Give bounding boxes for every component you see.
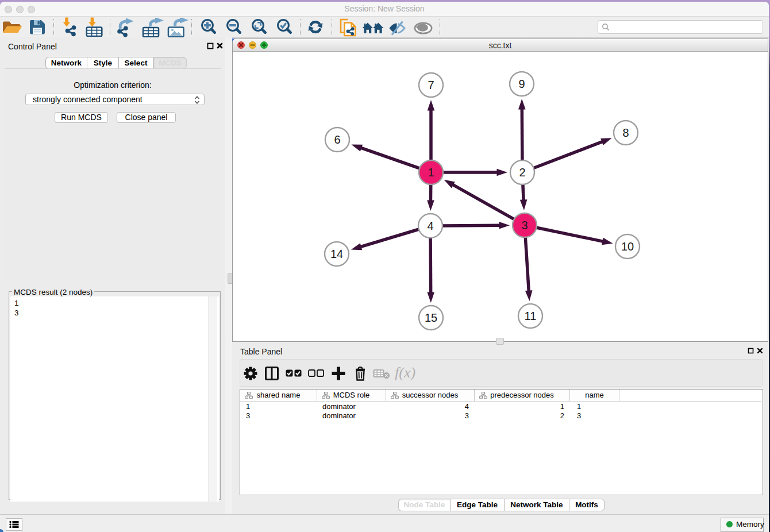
svg-text:10: 10 xyxy=(621,240,634,253)
svg-text:9: 9 xyxy=(518,78,525,90)
svg-text:15: 15 xyxy=(425,311,437,324)
svg-text:3: 3 xyxy=(521,219,528,232)
svg-text:8: 8 xyxy=(622,126,629,139)
svg-text:6: 6 xyxy=(334,133,340,146)
svg-text:11: 11 xyxy=(525,310,537,322)
svg-text:4: 4 xyxy=(427,219,433,232)
svg-text:1: 1 xyxy=(428,166,434,179)
svg-text:14: 14 xyxy=(330,248,343,260)
svg-text:2: 2 xyxy=(519,166,525,179)
svg-text:7: 7 xyxy=(428,79,434,91)
